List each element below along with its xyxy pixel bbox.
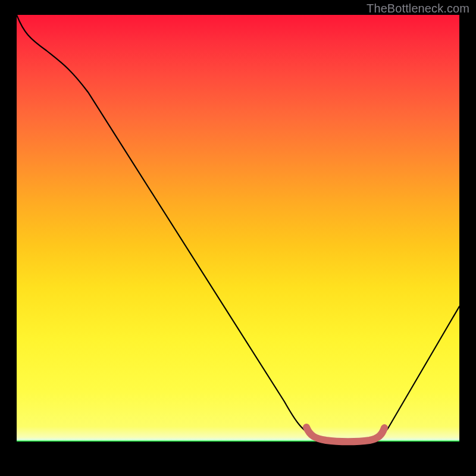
optimal-range-marker [306, 427, 384, 441]
bottleneck-curve [17, 15, 459, 441]
chart-plot-svg [17, 15, 459, 461]
chart-frame [17, 15, 459, 461]
watermark-text: TheBottleneck.com [367, 2, 469, 15]
